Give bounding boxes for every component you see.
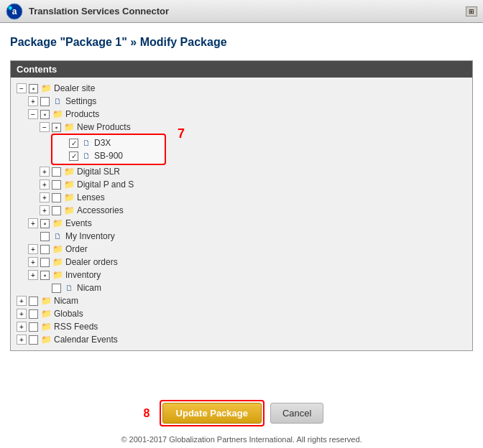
- page-title: Package "Package 1" » Modify Package: [10, 30, 473, 53]
- title-bar: a ✱ Translation Services Connector ⊞: [0, 0, 483, 23]
- checkbox-dealer-orders[interactable]: [40, 258, 50, 267]
- tree-node-nicam-sub[interactable]: 🗋 Nicam: [17, 281, 466, 294]
- no-expander-d3x: [57, 138, 67, 148]
- checkbox-settings[interactable]: [40, 97, 50, 106]
- label-digital-slr: Digital SLR: [77, 167, 120, 177]
- expander-lenses[interactable]: +: [40, 192, 50, 202]
- copyright-text: © 2001-2017 Globalization Partners Inter…: [0, 432, 483, 448]
- tree-node-order[interactable]: + 📁 Order: [17, 243, 466, 256]
- tree-node-digital-slr[interactable]: + 📁 Digital SLR: [17, 165, 466, 178]
- checkbox-my-inventory[interactable]: [40, 232, 50, 241]
- expander-digital-slr[interactable]: +: [40, 167, 50, 177]
- expander-globals[interactable]: +: [17, 309, 27, 319]
- expander-dealer-orders[interactable]: +: [28, 257, 38, 267]
- folder-icon-accessories: 📁: [63, 205, 75, 216]
- label-lenses: Lenses: [77, 192, 105, 202]
- svg-text:a: a: [12, 6, 17, 17]
- expander-digital-ps[interactable]: +: [40, 179, 50, 190]
- folder-icon-dealer-orders: 📁: [52, 256, 63, 268]
- tree-node-inventory[interactable]: + 📁 Inventory: [17, 269, 466, 281]
- update-package-button[interactable]: Update Package: [162, 403, 262, 424]
- checkbox-digital-slr[interactable]: [52, 167, 61, 177]
- label-nicam-sub: Nicam: [77, 283, 101, 293]
- expander-accessories[interactable]: +: [40, 205, 50, 215]
- label-events: Events: [65, 218, 92, 228]
- app-title: Translation Services Connector: [29, 6, 466, 17]
- tree-node-calendar-events[interactable]: + 📁 Calendar Events: [17, 333, 466, 346]
- checkbox-products[interactable]: [40, 110, 50, 119]
- checkbox-order[interactable]: [40, 245, 50, 254]
- folder-icon-digital-ps: 📁: [63, 179, 75, 190]
- tree-node-dealer-site[interactable]: − 📁 Dealer site: [17, 82, 466, 95]
- checkbox-sb900[interactable]: [69, 151, 78, 161]
- tree-node-dealer-orders[interactable]: + 📁 Dealer orders: [17, 256, 466, 269]
- checkbox-lenses[interactable]: [52, 193, 61, 202]
- label-my-inventory: My Inventory: [65, 231, 115, 241]
- folder-icon-calendar-events: 📁: [40, 334, 52, 345]
- label-d3x: D3X: [94, 138, 111, 148]
- checkbox-digital-ps[interactable]: [52, 180, 61, 190]
- page-icon-nicam-sub: 🗋: [63, 282, 75, 294]
- cancel-button[interactable]: Cancel: [270, 403, 323, 424]
- expander-nicam[interactable]: +: [17, 296, 27, 306]
- tree-node-digital-ps[interactable]: + 📁 Digital P and S: [17, 178, 466, 191]
- app-logo: a ✱: [6, 3, 23, 20]
- contents-panel: Contents − 📁 Dealer site + 🗋 Settings: [10, 60, 473, 351]
- label-dealer-orders: Dealer orders: [65, 257, 118, 267]
- tree-node-my-inventory[interactable]: 🗋 My Inventory: [17, 230, 466, 243]
- tree-node-lenses[interactable]: + 📁 Lenses: [17, 191, 466, 204]
- tree-node-d3x[interactable]: 🗋 D3X: [57, 136, 160, 149]
- checkbox-inventory[interactable]: [40, 271, 50, 280]
- tree-node-products[interactable]: − 📁 Products: [17, 108, 466, 121]
- expander-dealer-site[interactable]: −: [17, 83, 27, 93]
- label-sb900: SB-900: [94, 151, 123, 161]
- expander-order[interactable]: +: [28, 244, 38, 254]
- checkbox-calendar-events[interactable]: [29, 335, 38, 345]
- checkbox-accessories[interactable]: [52, 206, 61, 215]
- window-grid-btn[interactable]: ⊞: [466, 6, 477, 17]
- tree-node-events[interactable]: + 📁 Events: [17, 217, 466, 230]
- folder-icon-order: 📁: [52, 243, 63, 255]
- label-digital-ps: Digital P and S: [77, 179, 134, 190]
- checkbox-events[interactable]: [40, 219, 50, 228]
- label-new-products: New Products: [77, 122, 131, 132]
- checkbox-rss-feeds[interactable]: [29, 322, 38, 332]
- tree-node-new-products[interactable]: − 📁 New Products: [17, 121, 466, 134]
- expander-rss-feeds[interactable]: +: [17, 322, 27, 332]
- folder-icon-inventory: 📁: [52, 269, 63, 281]
- no-expander-sb900: [57, 151, 67, 161]
- contents-header: Contents: [11, 61, 472, 78]
- expander-new-products[interactable]: −: [40, 122, 50, 132]
- label-inventory: Inventory: [65, 270, 101, 280]
- label-rss-feeds: RSS Feeds: [54, 322, 98, 332]
- label-nicam: Nicam: [54, 296, 78, 306]
- tree-node-nicam[interactable]: + 📁 Nicam: [17, 294, 466, 307]
- checkbox-d3x[interactable]: [69, 139, 78, 148]
- expander-settings[interactable]: +: [28, 96, 38, 106]
- expander-inventory[interactable]: +: [28, 270, 38, 280]
- tree-node-sb900[interactable]: 🗋 SB-900: [57, 149, 160, 162]
- checkbox-nicam[interactable]: [29, 297, 38, 306]
- folder-icon-dealer-site: 📁: [40, 83, 52, 94]
- page-icon-my-inventory: 🗋: [52, 230, 63, 242]
- folder-icon-new-products: 📁: [63, 121, 75, 133]
- checkbox-dealer-site[interactable]: [29, 84, 38, 93]
- expander-products[interactable]: −: [28, 109, 38, 119]
- label-products: Products: [65, 109, 99, 119]
- expander-events[interactable]: +: [28, 218, 38, 228]
- folder-icon-events: 📁: [52, 218, 63, 229]
- folder-icon-nicam: 📁: [40, 295, 52, 307]
- expander-calendar-events[interactable]: +: [17, 335, 27, 345]
- checkbox-nicam-sub[interactable]: [52, 284, 61, 293]
- tree-node-rss-feeds[interactable]: + 📁 RSS Feeds: [17, 320, 466, 333]
- label-dealer-site: Dealer site: [54, 83, 95, 93]
- tree-node-accessories[interactable]: + 📁 Accessories: [17, 204, 466, 217]
- label-globals: Globals: [54, 309, 83, 319]
- window-controls[interactable]: ⊞: [466, 6, 477, 17]
- checkbox-new-products[interactable]: [52, 123, 61, 132]
- update-btn-wrapper: Update Package: [160, 400, 264, 426]
- tree-node-globals[interactable]: + 📁 Globals: [17, 307, 466, 320]
- page-icon-settings: 🗋: [52, 95, 63, 107]
- checkbox-globals[interactable]: [29, 309, 38, 319]
- tree-node-settings[interactable]: + 🗋 Settings: [17, 95, 466, 108]
